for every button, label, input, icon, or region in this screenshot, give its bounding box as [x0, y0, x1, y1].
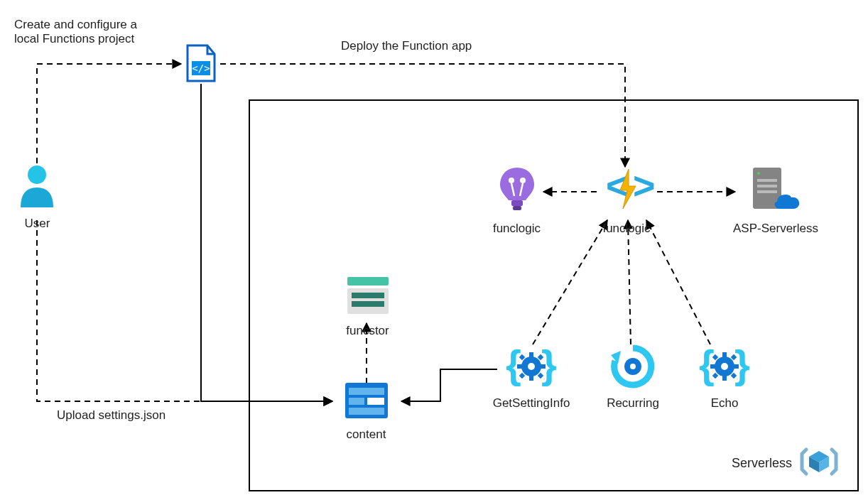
svg-rect-3	[511, 200, 523, 206]
architecture-diagram: Create and configure a local Functions p…	[0, 0, 868, 495]
svg-rect-19	[349, 388, 384, 395]
echo-node: { } Echo	[696, 344, 753, 410]
user-node: User	[18, 163, 57, 231]
echo-label: Echo	[696, 396, 753, 410]
svg-rect-12	[757, 185, 777, 187]
code-file-icon: </>	[183, 44, 219, 87]
annotation-create-project: Create and configure a local Functions p…	[14, 18, 170, 46]
annotation-upload: Upload settings.json	[57, 408, 166, 423]
svg-rect-14	[347, 277, 389, 285]
svg-rect-16	[352, 293, 384, 298]
svg-rect-28	[517, 364, 523, 369]
svg-text:</>: </>	[192, 62, 210, 74]
svg-rect-17	[352, 301, 384, 307]
svg-rect-43	[710, 364, 716, 369]
funclogic-insights-label: funclogic	[490, 222, 543, 236]
function-app-icon: < >	[599, 165, 654, 217]
funcstor-label: funcstor	[341, 324, 394, 338]
content-node: content	[340, 381, 393, 442]
svg-rect-29	[540, 364, 546, 369]
serverless-group-label: Serverless	[732, 456, 792, 471]
recurring-label: Recurring	[601, 396, 665, 410]
annotation-deploy: Deploy the Function app	[341, 39, 472, 53]
svg-rect-22	[349, 408, 384, 415]
serverless-group-label-node: Serverless	[732, 444, 852, 482]
storage-account-icon	[345, 274, 391, 320]
getsettinginfo-node: { } GetSetting	[489, 344, 574, 410]
funclogic-insights-node: funclogic	[490, 165, 543, 236]
function-icon: { }	[503, 344, 560, 392]
funclogic-app-node: < > funclogic	[598, 165, 655, 236]
svg-point-10	[757, 172, 760, 175]
content-label: content	[340, 428, 393, 442]
svg-rect-44	[733, 364, 739, 369]
user-label: User	[18, 217, 57, 231]
lightbulb-icon	[496, 165, 538, 217]
funclogic-app-label: funclogic	[598, 222, 655, 236]
function-icon-2: { }	[696, 344, 753, 392]
funcstor-node: funcstor	[341, 274, 394, 338]
recurring-node: Recurring	[601, 344, 665, 410]
svg-rect-27	[529, 375, 533, 381]
app-service-plan-icon	[747, 165, 804, 217]
getsettinginfo-label: GetSettingInfo	[489, 396, 574, 410]
svg-rect-41	[722, 352, 727, 358]
svg-rect-20	[349, 398, 364, 405]
svg-rect-4	[513, 206, 521, 210]
svg-point-5	[509, 178, 514, 183]
svg-rect-11	[757, 179, 777, 182]
asp-serverless-node: ASP-Serverless	[733, 165, 818, 236]
svg-point-0	[28, 165, 46, 184]
edge-user-to-code	[37, 64, 181, 163]
svg-point-37	[630, 364, 636, 369]
svg-rect-42	[722, 375, 727, 381]
svg-point-49	[721, 363, 728, 370]
svg-point-34	[528, 363, 535, 370]
svg-rect-13	[757, 190, 777, 193]
code-file-node: </>	[183, 44, 219, 87]
recurring-icon	[607, 344, 659, 392]
user-icon	[18, 163, 57, 212]
content-icon	[343, 381, 390, 423]
svg-rect-26	[529, 352, 533, 358]
svg-point-6	[520, 178, 526, 183]
svg-rect-21	[367, 398, 384, 405]
resource-group-icon	[799, 444, 839, 482]
asp-serverless-label: ASP-Serverless	[733, 222, 818, 236]
